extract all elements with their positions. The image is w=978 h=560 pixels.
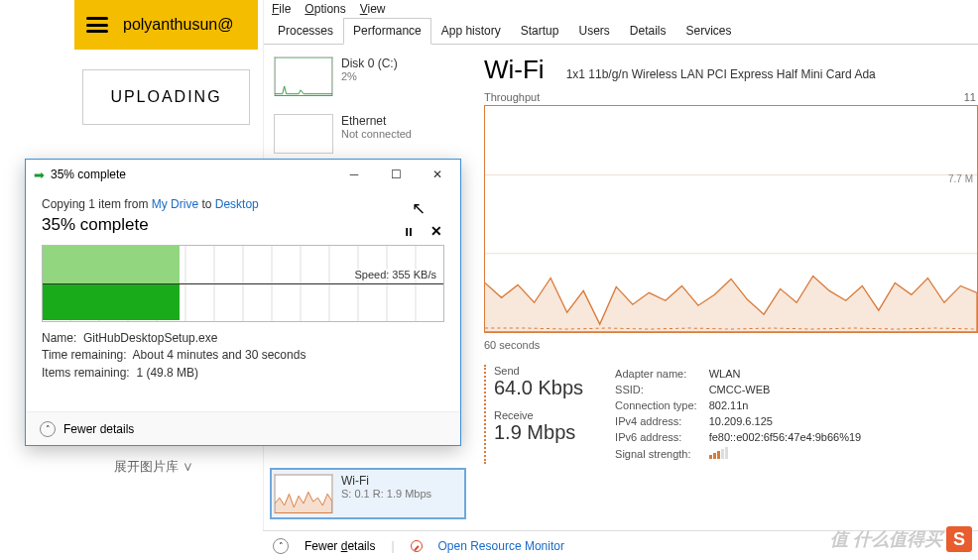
watermark: 值 什么值得买S [830,526,972,552]
perf-main: Wi-Fi 1x1 11b/g/n Wireless LAN PCI Expre… [472,45,978,525]
menu-options[interactable]: Options [305,2,345,16]
tab-startup[interactable]: Startup [511,18,569,44]
dialog-title: 35% complete [51,168,126,181]
copy-metadata: Name: GitHubDesktopSetup.exe Time remain… [42,330,444,382]
cancel-button[interactable]: ✕ [430,223,442,239]
menu-view[interactable]: View [360,2,386,16]
fewer-details-link[interactable]: Fewer details [63,422,134,436]
sidebar-item-disk[interactable]: Disk 0 (C:) 2% [270,51,466,102]
disk-thumb-icon [274,56,333,96]
eth-sub: Not connected [341,128,412,140]
open-resmon-link[interactable]: Open Resource Monitor [438,539,564,553]
copy-source-line: Copying 1 item from My Drive to Desktop [42,197,444,211]
page-title: Wi-Fi [484,55,545,85]
bg-text-2[interactable]: 展开图片库 ∨ [114,458,258,476]
send-label: Send [494,365,583,377]
maximize-button[interactable]: ☐ [375,161,417,188]
throughput-chart: 7.7 M [484,105,978,333]
copy-arrow-icon: ➡ [34,168,45,182]
file-copy-dialog: ➡ 35% complete ─ ☐ ✕ Copying 1 item from… [25,159,461,446]
y-top: 11 [964,91,976,103]
dialog-titlebar[interactable]: ➡ 35% complete ─ ☐ ✕ [26,160,460,189]
dialog-footer: ˄ Fewer details [26,411,460,445]
tab-users[interactable]: Users [568,18,619,44]
sidebar-item-wifi[interactable]: Wi-Fi S: 0.1 R: 1.9 Mbps [270,468,466,519]
ethernet-thumb-icon [274,114,333,154]
src-link[interactable]: My Drive [152,197,198,211]
disk-sub: 2% [341,70,398,82]
tab-services[interactable]: Services [676,18,742,44]
tab-processes[interactable]: Processes [268,18,343,44]
minimize-button[interactable]: ─ [333,161,375,188]
x-label: 60 seconds [484,339,540,351]
sidebar-item-ethernet[interactable]: Ethernet Not connected [270,108,466,160]
wifi-sub: S: 0.1 R: 1.9 Mbps [341,488,431,500]
menu-icon[interactable] [86,17,108,33]
menu-file[interactable]: File [272,2,291,16]
close-button[interactable]: ✕ [417,161,458,188]
speed-label: Speed: 355 KB/s [352,269,438,280]
chevron-up-icon[interactable]: ˄ [40,421,56,437]
adapter-desc: 1x1 11b/g/n Wireless LAN PCI Express Hal… [566,67,876,81]
fewer-details-link[interactable]: Fewer details [305,539,375,553]
speed-chart: Speed: 355 KB/s [42,245,444,322]
tab-performance[interactable]: Performance [343,18,431,45]
recv-label: Receive [494,409,583,421]
tab-bar: Processes Performance App history Startu… [264,18,978,45]
menubar: File Options View [264,0,978,18]
tab-details[interactable]: Details [620,18,676,44]
bg-header: polyanthusun@ [74,0,258,50]
tab-app-history[interactable]: App history [431,18,511,44]
y-mark: 7.7 M [948,173,973,184]
resmon-icon [411,540,423,552]
bg-user: polyanthusun@ [123,16,233,34]
dst-link[interactable]: Desktop [215,197,259,211]
wifi-thumb-icon [274,474,333,513]
send-value: 64.0 Kbps [494,377,583,399]
uploading-card: UPLOADING [82,69,250,125]
chevron-up-icon[interactable]: ˄ [273,538,289,554]
disk-title: Disk 0 (C:) [341,56,398,70]
copy-percent: 35% complete [42,215,444,235]
wifi-properties: Adapter name:WLAN SSID:CMCC-WEB Connecti… [613,365,873,464]
pause-button[interactable]: ıı [405,223,413,239]
signal-icon [709,447,728,459]
eth-title: Ethernet [341,114,412,128]
recv-value: 1.9 Mbps [494,421,583,444]
wifi-title: Wi-Fi [341,474,431,488]
throughput-label: Throughput [484,91,540,103]
